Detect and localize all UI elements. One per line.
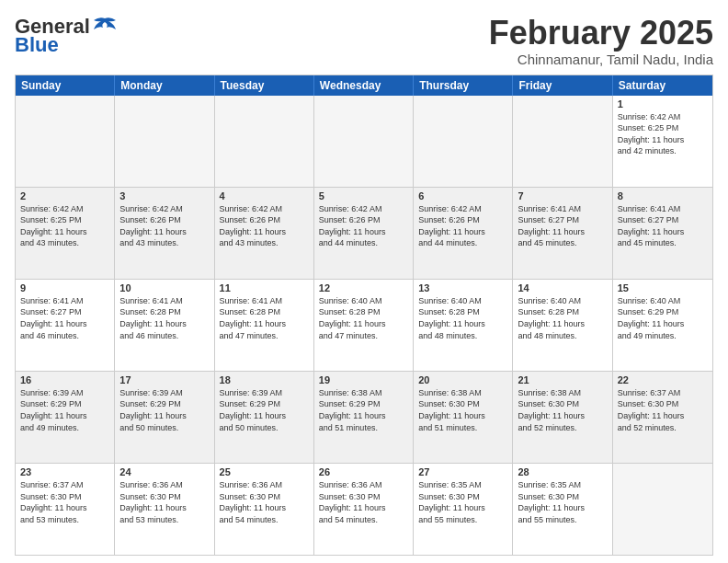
day-info: Sunrise: 6:40 AM Sunset: 6:28 PM Dayligh… <box>418 295 507 341</box>
day-cell-20: 20Sunrise: 6:38 AM Sunset: 6:30 PM Dayli… <box>414 372 513 463</box>
day-cell-1: 1Sunrise: 6:42 AM Sunset: 6:25 PM Daylig… <box>613 96 712 187</box>
day-number: 24 <box>119 466 209 477</box>
calendar-week-4: 16Sunrise: 6:39 AM Sunset: 6:29 PM Dayli… <box>16 371 712 463</box>
day-number: 18 <box>220 374 309 385</box>
day-number: 17 <box>119 374 209 385</box>
logo-bird-icon <box>92 17 118 37</box>
day-cell-6: 6Sunrise: 6:42 AM Sunset: 6:26 PM Daylig… <box>414 188 513 279</box>
title-block: February 2025 Chinnamanur, Tamil Nadu, I… <box>489 15 713 67</box>
empty-cell <box>314 96 414 187</box>
calendar-body: 1Sunrise: 6:42 AM Sunset: 6:25 PM Daylig… <box>16 96 712 555</box>
calendar: SundayMondayTuesdayWednesdayThursdayFrid… <box>15 75 713 556</box>
day-cell-28: 28Sunrise: 6:35 AM Sunset: 6:30 PM Dayli… <box>513 464 612 555</box>
calendar-header-sunday: Sunday <box>16 75 115 96</box>
day-info: Sunrise: 6:39 AM Sunset: 6:29 PM Dayligh… <box>119 387 209 433</box>
logo: General Blue <box>15 15 118 57</box>
calendar-week-2: 2Sunrise: 6:42 AM Sunset: 6:25 PM Daylig… <box>16 187 712 279</box>
day-info: Sunrise: 6:36 AM Sunset: 6:30 PM Dayligh… <box>220 479 309 525</box>
calendar-header: SundayMondayTuesdayWednesdayThursdayFrid… <box>16 75 712 96</box>
day-cell-23: 23Sunrise: 6:37 AM Sunset: 6:30 PM Dayli… <box>16 464 115 555</box>
day-info: Sunrise: 6:38 AM Sunset: 6:29 PM Dayligh… <box>319 387 408 433</box>
day-info: Sunrise: 6:40 AM Sunset: 6:28 PM Dayligh… <box>518 295 607 341</box>
day-cell-5: 5Sunrise: 6:42 AM Sunset: 6:26 PM Daylig… <box>314 188 414 279</box>
day-info: Sunrise: 6:42 AM Sunset: 6:26 PM Dayligh… <box>119 203 209 249</box>
day-cell-15: 15Sunrise: 6:40 AM Sunset: 6:29 PM Dayli… <box>613 280 712 371</box>
day-number: 15 <box>618 282 708 293</box>
day-cell-21: 21Sunrise: 6:38 AM Sunset: 6:30 PM Dayli… <box>513 372 612 463</box>
day-info: Sunrise: 6:39 AM Sunset: 6:29 PM Dayligh… <box>220 387 309 433</box>
day-info: Sunrise: 6:41 AM Sunset: 6:27 PM Dayligh… <box>20 295 109 341</box>
day-number: 13 <box>418 282 507 293</box>
day-number: 23 <box>20 466 109 477</box>
page: General Blue February 2025 Chinnamanur, … <box>0 0 728 563</box>
calendar-week-1: 1Sunrise: 6:42 AM Sunset: 6:25 PM Daylig… <box>16 96 712 187</box>
day-number: 8 <box>618 190 708 201</box>
day-cell-25: 25Sunrise: 6:36 AM Sunset: 6:30 PM Dayli… <box>215 464 314 555</box>
day-number: 11 <box>220 282 309 293</box>
day-info: Sunrise: 6:41 AM Sunset: 6:28 PM Dayligh… <box>119 295 209 341</box>
day-cell-8: 8Sunrise: 6:41 AM Sunset: 6:27 PM Daylig… <box>613 188 712 279</box>
day-cell-13: 13Sunrise: 6:40 AM Sunset: 6:28 PM Dayli… <box>414 280 513 371</box>
calendar-week-3: 9Sunrise: 6:41 AM Sunset: 6:27 PM Daylig… <box>16 279 712 371</box>
day-info: Sunrise: 6:35 AM Sunset: 6:30 PM Dayligh… <box>418 479 507 525</box>
day-info: Sunrise: 6:42 AM Sunset: 6:26 PM Dayligh… <box>418 203 507 249</box>
day-cell-3: 3Sunrise: 6:42 AM Sunset: 6:26 PM Daylig… <box>115 188 214 279</box>
day-cell-27: 27Sunrise: 6:35 AM Sunset: 6:30 PM Dayli… <box>414 464 513 555</box>
day-info: Sunrise: 6:35 AM Sunset: 6:30 PM Dayligh… <box>518 479 607 525</box>
calendar-header-thursday: Thursday <box>414 75 513 96</box>
day-number: 27 <box>418 466 507 477</box>
day-cell-17: 17Sunrise: 6:39 AM Sunset: 6:29 PM Dayli… <box>115 372 214 463</box>
day-info: Sunrise: 6:42 AM Sunset: 6:26 PM Dayligh… <box>220 203 309 249</box>
day-cell-9: 9Sunrise: 6:41 AM Sunset: 6:27 PM Daylig… <box>16 280 115 371</box>
calendar-header-tuesday: Tuesday <box>215 75 314 96</box>
day-number: 14 <box>518 282 607 293</box>
day-cell-19: 19Sunrise: 6:38 AM Sunset: 6:29 PM Dayli… <box>314 372 414 463</box>
header: General Blue February 2025 Chinnamanur, … <box>15 15 713 67</box>
calendar-week-5: 23Sunrise: 6:37 AM Sunset: 6:30 PM Dayli… <box>16 463 712 555</box>
empty-cell <box>613 464 712 555</box>
day-number: 16 <box>20 374 109 385</box>
empty-cell <box>115 96 214 187</box>
day-number: 22 <box>618 374 708 385</box>
day-number: 12 <box>319 282 408 293</box>
day-info: Sunrise: 6:36 AM Sunset: 6:30 PM Dayligh… <box>319 479 408 525</box>
empty-cell <box>215 96 314 187</box>
logo-blue: Blue <box>15 33 59 57</box>
day-number: 1 <box>618 98 708 109</box>
empty-cell <box>414 96 513 187</box>
day-number: 20 <box>418 374 507 385</box>
day-number: 26 <box>319 466 408 477</box>
day-info: Sunrise: 6:42 AM Sunset: 6:25 PM Dayligh… <box>618 111 708 157</box>
day-info: Sunrise: 6:41 AM Sunset: 6:28 PM Dayligh… <box>220 295 309 341</box>
day-info: Sunrise: 6:40 AM Sunset: 6:28 PM Dayligh… <box>319 295 408 341</box>
day-number: 7 <box>518 190 607 201</box>
day-info: Sunrise: 6:37 AM Sunset: 6:30 PM Dayligh… <box>20 479 109 525</box>
day-cell-18: 18Sunrise: 6:39 AM Sunset: 6:29 PM Dayli… <box>215 372 314 463</box>
day-number: 19 <box>319 374 408 385</box>
day-number: 3 <box>119 190 209 201</box>
calendar-header-saturday: Saturday <box>613 75 712 96</box>
day-info: Sunrise: 6:42 AM Sunset: 6:26 PM Dayligh… <box>319 203 408 249</box>
day-cell-12: 12Sunrise: 6:40 AM Sunset: 6:28 PM Dayli… <box>314 280 414 371</box>
calendar-header-monday: Monday <box>115 75 214 96</box>
day-info: Sunrise: 6:36 AM Sunset: 6:30 PM Dayligh… <box>119 479 209 525</box>
day-cell-10: 10Sunrise: 6:41 AM Sunset: 6:28 PM Dayli… <box>115 280 214 371</box>
calendar-header-wednesday: Wednesday <box>314 75 414 96</box>
day-number: 28 <box>518 466 607 477</box>
day-number: 10 <box>119 282 209 293</box>
day-info: Sunrise: 6:42 AM Sunset: 6:25 PM Dayligh… <box>20 203 109 249</box>
day-number: 21 <box>518 374 607 385</box>
day-cell-2: 2Sunrise: 6:42 AM Sunset: 6:25 PM Daylig… <box>16 188 115 279</box>
day-cell-24: 24Sunrise: 6:36 AM Sunset: 6:30 PM Dayli… <box>115 464 214 555</box>
day-info: Sunrise: 6:38 AM Sunset: 6:30 PM Dayligh… <box>418 387 507 433</box>
day-cell-14: 14Sunrise: 6:40 AM Sunset: 6:28 PM Dayli… <box>513 280 612 371</box>
day-number: 6 <box>418 190 507 201</box>
day-info: Sunrise: 6:38 AM Sunset: 6:30 PM Dayligh… <box>518 387 607 433</box>
day-number: 25 <box>220 466 309 477</box>
day-number: 5 <box>319 190 408 201</box>
day-cell-26: 26Sunrise: 6:36 AM Sunset: 6:30 PM Dayli… <box>314 464 414 555</box>
empty-cell <box>16 96 115 187</box>
day-info: Sunrise: 6:37 AM Sunset: 6:30 PM Dayligh… <box>618 387 708 433</box>
day-info: Sunrise: 6:40 AM Sunset: 6:29 PM Dayligh… <box>618 295 708 341</box>
day-number: 4 <box>220 190 309 201</box>
